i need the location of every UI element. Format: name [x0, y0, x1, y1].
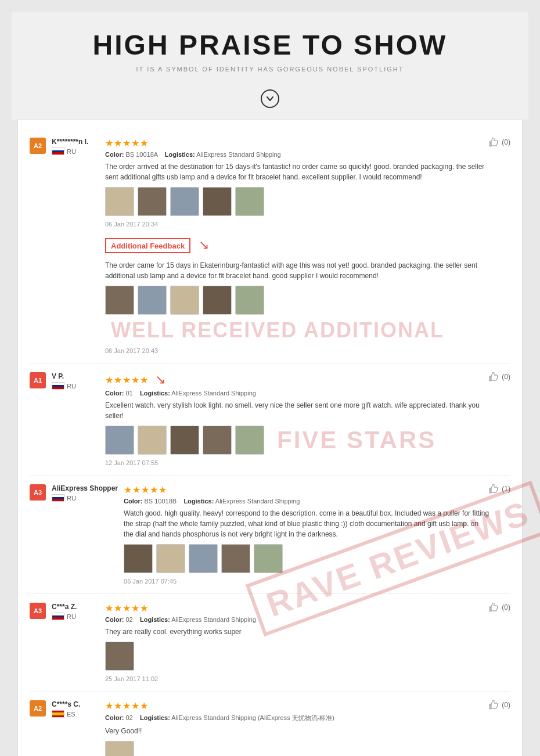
reviewer-name: C***a Z.: [52, 603, 77, 611]
stars: ★ ★ ★ ★ ★: [105, 700, 148, 711]
stars: ★ ★ ★ ★ ★: [105, 375, 148, 386]
star: ★: [150, 484, 158, 495]
reviewer-name: C****s C.: [52, 700, 80, 708]
review-images: [105, 741, 489, 756]
country-flag: RU: [52, 613, 77, 620]
stars: ★ ★ ★ ★ ★: [105, 603, 148, 614]
additional-review-date: 06 Jan 2017 20:43: [105, 347, 489, 354]
like-button[interactable]: (0): [489, 700, 510, 710]
color-label: Color:: [105, 616, 124, 623]
stars-row: ★ ★ ★ ★ ★: [105, 603, 489, 614]
review-thumbnail[interactable]: [105, 426, 134, 455]
logistics-value: AliExpress Standard Shipping (AliExpress…: [171, 714, 334, 721]
flag-icon: [52, 494, 64, 502]
review-thumbnail[interactable]: [105, 642, 134, 671]
watermark-inline: WELL RECEIVED ADDITIONAL: [111, 318, 444, 343]
country-flag: RU: [52, 382, 76, 390]
review-thumbnail[interactable]: [170, 187, 199, 216]
reviewer-info: A1 V P. RU: [30, 372, 99, 390]
review-main: ★ ★ ★ ★ ★ Color: BS 10018B Logistics: Al…: [118, 484, 489, 585]
star: ★: [140, 375, 148, 386]
arrow-icon: ↘: [199, 237, 209, 253]
country-code: RU: [67, 613, 76, 620]
country-code: RU: [67, 495, 76, 502]
star: ★: [105, 700, 113, 711]
reviewer-name-country: V P. RU: [52, 372, 76, 390]
thumbs-up-icon: [489, 138, 499, 147]
header-section: HIGH PRAISE TO SHOW IT IS A SYMBOL OF ID…: [12, 12, 528, 120]
like-count: (0): [502, 373, 510, 381]
review-thumbnail[interactable]: [105, 286, 134, 315]
review-thumbnail[interactable]: [203, 426, 232, 455]
logistics-value: AliExpress Standard Shipping: [196, 151, 281, 158]
review-date: 06 Jan 2017 07:45: [124, 578, 489, 585]
thumbs-up-icon: [489, 603, 499, 612]
reviewer-name-country: C***a Z. RU: [52, 603, 77, 620]
country-code: RU: [67, 383, 76, 390]
review-thumbnail[interactable]: [254, 544, 283, 573]
arrow-icon: ↘: [155, 372, 165, 387]
country-code: ES: [67, 711, 75, 718]
like-count: (0): [502, 701, 510, 709]
reviewer-info: A2 K********n I. RU: [30, 138, 99, 155]
review-thumbnail[interactable]: [105, 741, 134, 756]
star: ★: [131, 138, 139, 149]
review-item: A3 C***a Z. RU ★ ★ ★: [30, 594, 510, 692]
color-info: Color: 01 Logistics: AliExpress Standard…: [105, 390, 489, 397]
like-count: (0): [502, 603, 510, 611]
review-item: A3 AliExpress Shopper RU ★ ★: [30, 476, 510, 594]
like-button[interactable]: (0): [489, 603, 510, 612]
review-thumbnail[interactable]: [105, 187, 134, 216]
review-thumbnail[interactable]: [156, 544, 185, 573]
review-text: Very Good!!: [105, 726, 489, 736]
stars-row: ★ ★ ★ ★ ★ ↘: [105, 372, 489, 387]
review-main: ★ ★ ★ ★ ★ Color: 02 Logistics: AliExpres…: [99, 603, 489, 682]
avatar: A3: [30, 484, 46, 501]
star: ★: [131, 375, 139, 386]
review-thumbnail[interactable]: [138, 286, 167, 315]
star: ★: [105, 375, 113, 386]
flag-icon: [52, 382, 64, 390]
star: ★: [105, 138, 113, 149]
star: ★: [132, 484, 141, 495]
like-button[interactable]: (0): [489, 372, 510, 381]
reviewer-name: V P.: [52, 372, 76, 380]
additional-review-images: WELL RECEIVED ADDITIONAL: [105, 286, 489, 343]
flag-icon: [52, 710, 64, 718]
review-thumbnail[interactable]: [138, 426, 167, 455]
review-text: Excellent watch. very stylish look light…: [105, 400, 489, 421]
star: ★: [114, 700, 122, 711]
review-thumbnail[interactable]: [235, 187, 264, 216]
review-thumbnail[interactable]: [138, 187, 167, 216]
additional-feedback-box: Additional Feedback: [105, 238, 190, 253]
review-header: A2 C****s C. ES ★ ★ ★: [30, 700, 510, 756]
review-main: ★ ★ ★ ★ ★ ↘ Color: 01: [99, 372, 489, 466]
like-button[interactable]: (0): [489, 138, 510, 147]
review-thumbnail[interactable]: [189, 544, 218, 573]
star: ★: [140, 700, 148, 711]
like-button[interactable]: (1): [489, 484, 510, 494]
watermark-text: WELL RECEIVED ADDITIONAL: [111, 318, 444, 343]
review-thumbnail[interactable]: [235, 426, 264, 455]
review-thumbnail[interactable]: [124, 544, 153, 573]
review-images: [124, 544, 489, 573]
review-thumbnail[interactable]: [203, 187, 232, 216]
review-thumbnail[interactable]: [221, 544, 250, 573]
star: ★: [123, 700, 131, 711]
color-info: Color: 02 Logistics: AliExpress Standard…: [105, 616, 489, 623]
review-images: [105, 642, 489, 671]
logistics-label: Logistics:: [183, 498, 214, 505]
review-thumbnail[interactable]: [170, 426, 199, 455]
color-info: Color: BS 10018B Logistics: AliExpress S…: [124, 498, 489, 505]
review-thumbnail[interactable]: [203, 286, 232, 315]
five-stars-watermark: FIVE STARS: [277, 426, 436, 454]
logistics-value: AliExpress Standard Shipping: [171, 616, 256, 623]
like-count: (0): [502, 138, 510, 146]
reviewer-info: A2 C****s C. ES: [30, 700, 99, 718]
review-thumbnail[interactable]: [235, 286, 264, 315]
scroll-down-button[interactable]: [261, 89, 279, 108]
additional-feedback-text: The order came for 15 days in Ekaterinbu…: [105, 260, 489, 281]
review-thumbnail[interactable]: [170, 286, 199, 315]
color-value: BS 10018B: [145, 498, 177, 505]
page-subtitle: IT IS A SYMBOL OF IDENTITY HAS GORGEOUS …: [23, 66, 517, 73]
